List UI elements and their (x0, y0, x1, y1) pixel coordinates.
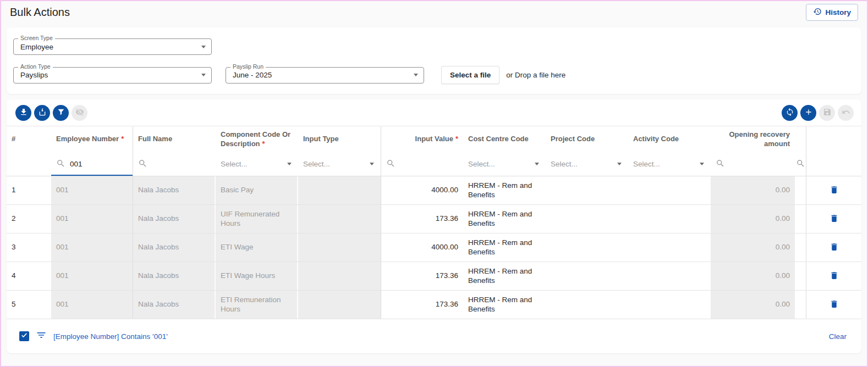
delete-row-button[interactable] (829, 271, 839, 282)
activity-code-cell[interactable] (628, 233, 711, 262)
history-button-label: History (825, 8, 851, 16)
table-row[interactable]: 3 001 Nala Jacobs ETI Wage 4000.00 HRREM… (7, 233, 861, 262)
add-row-button[interactable] (800, 105, 816, 121)
spacer-cell (795, 233, 806, 262)
filter-opening-recovery[interactable] (711, 152, 795, 176)
trash-icon (829, 271, 839, 282)
row-index: 1 (7, 176, 51, 204)
column-header-cost-centre[interactable]: Cost Centre Code (463, 126, 546, 152)
filter-employee-number-value[interactable]: 001 (70, 160, 83, 168)
activity-code-cell[interactable] (628, 262, 711, 290)
full-name-cell: Nala Jacobs (133, 291, 216, 319)
table-row[interactable]: 5 001 Nala Jacobs ETI Remuneration Hours… (7, 291, 861, 319)
opening-recovery-cell: 0.00 (711, 205, 795, 233)
search-icon (56, 159, 65, 170)
cost-centre-cell[interactable]: HRREM - Rem and Benefits (463, 205, 546, 233)
table-row[interactable]: 1 001 Nala Jacobs Basic Pay 4000.00 HRRE… (7, 176, 861, 205)
clear-filter-link[interactable]: Clear (829, 332, 847, 341)
table-row[interactable]: 2 001 Nala Jacobs UIF Remunerated Hours … (7, 205, 861, 233)
component-cell: ETI Wage (216, 233, 298, 262)
save-icon (823, 108, 832, 118)
refresh-button[interactable] (782, 105, 798, 121)
grid-toolbar (7, 99, 861, 126)
delete-row-button[interactable] (829, 242, 839, 253)
filter-component-select[interactable]: Select... (216, 152, 298, 176)
table-row[interactable]: 4 001 Nala Jacobs ETI Wage Hours 173.36 … (7, 262, 861, 291)
employee-number-cell: 001 (51, 233, 133, 262)
chevron-down-icon (370, 163, 374, 165)
actions-cell (806, 262, 861, 290)
input-value-cell[interactable]: 4000.00 (381, 233, 463, 262)
chevron-down-icon (700, 163, 704, 165)
filter-project-code-select[interactable]: Select... (546, 152, 628, 176)
input-value-cell[interactable]: 173.36 (381, 205, 463, 233)
filter-input-type-select[interactable]: Select... (298, 152, 381, 176)
import-file-button[interactable] (34, 105, 50, 121)
column-header-employee-number[interactable]: Employee Number* (51, 126, 133, 152)
delete-row-button[interactable] (829, 214, 839, 225)
opening-recovery-cell: 0.00 (711, 291, 795, 319)
project-code-cell[interactable] (546, 233, 628, 262)
actions-cell (806, 233, 861, 262)
filter-full-name[interactable] (133, 152, 216, 176)
payslip-run-value: June - 2025 (233, 71, 272, 79)
project-code-cell[interactable] (546, 291, 628, 319)
cost-centre-cell[interactable]: HRREM - Rem and Benefits (463, 262, 546, 290)
column-header-input-type[interactable]: Input Type (298, 126, 381, 152)
column-header-input-value[interactable]: Input Value* (381, 126, 463, 152)
component-cell: UIF Remunerated Hours (216, 205, 298, 233)
filter-input-value[interactable] (381, 152, 463, 176)
file-drop-zone[interactable]: Select a file or Drop a file here (441, 66, 565, 84)
input-type-cell (298, 262, 381, 290)
screen-type-select[interactable]: Screen Type Employee (13, 38, 212, 55)
import-icon (38, 108, 47, 118)
project-code-cell[interactable] (546, 262, 628, 290)
column-header-activity-code[interactable]: Activity Code (628, 126, 711, 152)
bulk-actions-grid: # Employee Number* Full Name Component C… (7, 99, 861, 353)
opening-recovery-cell: 0.00 (711, 262, 795, 290)
save-button[interactable] (819, 105, 835, 121)
filter-extra[interactable] (795, 152, 806, 176)
column-header-component[interactable]: Component Code Or Description* (216, 126, 298, 152)
cost-centre-cell[interactable]: HRREM - Rem and Benefits (463, 291, 546, 319)
hide-columns-button[interactable] (72, 105, 87, 121)
select-file-button[interactable]: Select a file (441, 66, 499, 84)
filter-enabled-checkbox[interactable] (19, 331, 29, 341)
input-value-cell[interactable]: 4000.00 (381, 176, 463, 204)
filter-activity-code-select[interactable]: Select... (628, 152, 711, 176)
filter-list-icon (36, 330, 47, 343)
delete-row-button[interactable] (829, 185, 839, 196)
screen-type-label: Screen Type (18, 35, 55, 41)
search-icon (138, 159, 147, 170)
filter-employee-number[interactable]: 001 (51, 152, 133, 176)
input-value-cell[interactable]: 173.36 (381, 291, 463, 319)
input-value-cell[interactable]: 173.36 (381, 262, 463, 290)
undo-button[interactable] (838, 105, 854, 121)
column-header-full-name[interactable]: Full Name (133, 126, 216, 152)
active-filter-text[interactable]: [Employee Number] Contains '001' (53, 332, 168, 341)
cost-centre-cell[interactable]: HRREM - Rem and Benefits (463, 233, 546, 262)
screen-type-value: Employee (20, 43, 53, 51)
activity-code-cell[interactable] (628, 176, 711, 204)
filter-cost-centre-select[interactable]: Select... (463, 152, 546, 176)
search-icon (716, 159, 725, 170)
column-header-opening-recovery[interactable]: Opening recovery amount (711, 126, 795, 152)
top-bar: Bulk Actions History (1, 1, 867, 23)
activity-code-cell[interactable] (628, 205, 711, 233)
action-type-select[interactable]: Action Type Payslips (13, 67, 212, 84)
history-button[interactable]: History (806, 4, 858, 21)
column-header-num[interactable]: # (7, 126, 51, 152)
filter-button[interactable] (53, 105, 69, 121)
payslip-run-select[interactable]: Payslip Run June - 2025 (226, 67, 424, 84)
activity-code-cell[interactable] (628, 291, 711, 319)
project-code-cell[interactable] (546, 205, 628, 233)
cost-centre-cell[interactable]: HRREM - Rem and Benefits (463, 176, 546, 204)
trash-icon (829, 299, 839, 310)
opening-recovery-cell: 0.00 (711, 176, 795, 204)
export-template-button[interactable] (15, 105, 31, 121)
actions-cell (806, 205, 861, 233)
column-header-project-code[interactable]: Project Code (546, 126, 628, 152)
project-code-cell[interactable] (546, 176, 628, 204)
delete-row-button[interactable] (829, 299, 839, 310)
employee-number-cell: 001 (51, 205, 133, 233)
